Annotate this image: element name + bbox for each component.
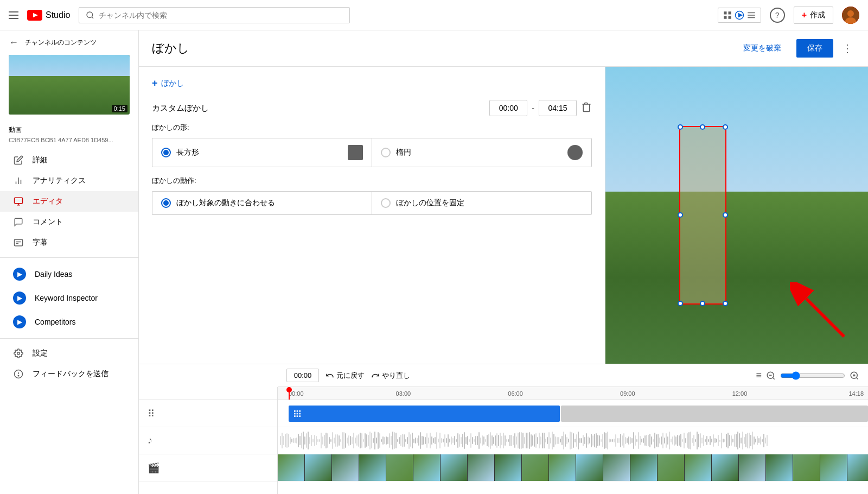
create-button[interactable]: + 作成 [794,7,833,24]
search-input[interactable] [99,11,343,20]
shape-oval-label: 楕円 [396,148,411,157]
handle-top-mid[interactable] [700,124,705,130]
shape-option-oval[interactable]: 楕円 [372,138,592,167]
sidebar-item-editor[interactable]: エディタ [0,191,138,212]
sidebar-item-daily-ideas[interactable]: ▶ Daily Ideas [0,262,138,286]
sidebar-item-subtitles[interactable]: 字幕 [0,232,138,253]
svg-rect-21 [15,239,23,246]
film-frame [766,454,793,481]
header-icon-group[interactable] [718,8,761,23]
shape-rect-label: 長方形 [176,148,199,157]
back-navigation[interactable]: ← チャンネルのコンテンツ [0,30,138,55]
svg-point-2 [87,12,93,18]
svg-rect-43 [297,415,298,417]
radio-follow[interactable] [161,198,171,208]
left-panel: + ぼかし カスタムぼかし - [139,67,605,364]
film-frame [522,454,549,481]
zoom-slider[interactable] [780,371,845,380]
zoom-out-icon[interactable] [766,371,776,381]
sidebar-item-label: 詳細 [33,155,48,165]
help-button[interactable]: ? [770,8,785,23]
handle-top-left[interactable] [678,124,683,130]
split-layout: + ぼかし カスタムぼかし - [139,67,868,364]
channel-content-label: チャンネルのコンテンツ [25,39,97,47]
film-frame [820,454,847,481]
redo-button[interactable]: やり直し [371,371,410,381]
svg-rect-45 [299,413,301,415]
sidebar-item-label: エディタ [33,197,63,206]
track-label-video: ⠿ [139,400,277,427]
hamburger-button[interactable] [9,11,18,19]
sidebar-item-analytics[interactable]: アナリティクス [0,170,138,191]
page-header: ぼかし 変更を破棄 保存 ⋮ [139,30,868,67]
svg-rect-39 [294,413,296,415]
timeline-ruler: 00:00 03:00 06:00 09:00 12:00 14:18 [278,387,868,400]
radio-oval[interactable] [381,148,391,157]
handle-left-mid[interactable] [678,212,683,218]
grid-icon [723,10,732,20]
ruler-mark-3: 09:00 [620,390,635,397]
rect-preview [348,145,363,160]
svg-rect-4 [728,11,731,14]
handle-top-right[interactable] [723,124,728,130]
sidebar-item-settings[interactable]: 設定 [0,343,138,364]
competitors-icon: ▶ [13,315,26,328]
sidebar-item-label: Daily Ideas [35,270,72,278]
video-type-label: 動画 [0,121,138,137]
film-frame [386,454,413,481]
shape-option-rect[interactable]: 長方形 [152,138,372,167]
svg-rect-44 [299,410,301,412]
zoom-in-icon[interactable] [850,371,859,381]
top-header: Studio ? + 作成 [0,0,868,30]
radio-fixed[interactable] [381,198,391,208]
ruler-mark-4: 12:00 [732,390,748,397]
motion-option-fixed[interactable]: ぼかしの位置を固定 [372,191,592,215]
sidebar-item-comments[interactable]: コメント [0,212,138,232]
film-frame [793,454,820,481]
shape-section-label: ぼかしの形: [152,123,592,132]
radio-rect[interactable] [161,148,171,157]
handle-bottom-left[interactable] [678,301,683,306]
sidebar-item-competitors[interactable]: ▶ Competitors [0,310,138,334]
discard-button[interactable]: 変更を破棄 [735,39,790,58]
track-row-film [278,454,868,482]
motion-follow-label: ぼかし対象の動きに合わせる [176,198,275,208]
search-bar[interactable] [79,7,350,23]
clip-bar[interactable] [289,406,560,422]
timeline-tracks: ⠿ ♪ 🎬 00:00 03:00 06:00 09:00 12:00 [139,387,868,494]
handle-bottom-right[interactable] [723,301,728,306]
settings-icon [13,349,24,358]
add-blur-button[interactable]: + ぼかし [152,78,184,89]
studio-label: Studio [46,10,70,20]
motion-section-label: ぼかしの動作: [152,176,592,186]
avatar[interactable] [842,7,859,24]
page-actions: 変更を破棄 保存 ⋮ [735,39,855,58]
current-time-display: 00:00 [286,369,319,382]
undo-button[interactable]: 元に戻す [326,371,365,381]
blur-time-range: - [489,100,592,116]
sidebar-item-details[interactable]: 詳細 [0,150,138,170]
clip-bar-gray [561,406,868,422]
track-row-clips [278,400,868,427]
sidebar-item-label: フィードバックを送信 [33,369,108,379]
timeline-playhead[interactable] [289,387,290,400]
handle-bottom-mid[interactable] [700,301,705,306]
timeline-menu-icon[interactable]: ≡ [756,370,762,381]
blur-selection-box[interactable] [679,126,726,304]
sidebar-item-feedback[interactable]: フィードバックを送信 [0,364,138,384]
daily-ideas-icon: ▶ [13,268,26,281]
motion-option-follow[interactable]: ぼかし対象の動きに合わせる [152,191,372,215]
svg-rect-41 [297,410,298,412]
film-frame [847,454,868,481]
motion-options: ぼかし対象の動きに合わせる ぼかしの位置を固定 [152,191,592,215]
save-button[interactable]: 保存 [796,39,833,58]
time-end-input[interactable] [539,100,577,116]
time-start-input[interactable] [489,100,527,116]
delete-blur-button[interactable] [581,102,592,115]
film-strip [278,454,868,481]
main-content: ぼかし 変更を破棄 保存 ⋮ + ぼかし カスタムぼかし - [139,30,868,494]
sidebar-item-keyword-inspector[interactable]: ▶ Keyword Inspector [0,286,138,310]
more-options-button[interactable]: ⋮ [840,40,855,57]
keyword-inspector-icon: ▶ [13,292,26,305]
handle-right-mid[interactable] [723,212,728,218]
